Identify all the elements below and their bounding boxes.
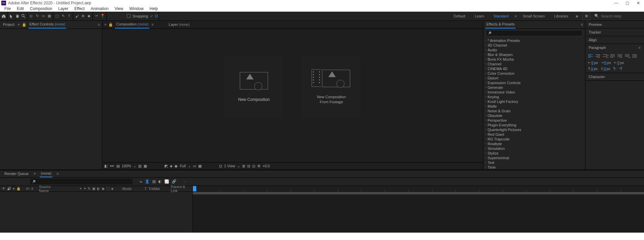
indent-left-field[interactable]: ⇤0px — [588, 61, 598, 65]
switches-icon-5[interactable]: ◐ — [97, 187, 100, 190]
workspace-menu-icon[interactable]: ≡ — [513, 14, 518, 18]
effect-category-matte[interactable]: ›Matte — [483, 104, 585, 109]
timeline-none-tab[interactable]: (none) — [40, 170, 53, 177]
ruler-icon[interactable]: ⊡ — [252, 164, 255, 168]
justify-all-button[interactable] — [632, 53, 638, 59]
effect-category-noise-grain[interactable]: ›Noise & Grain — [483, 109, 585, 113]
indent-first-value[interactable]: 0 — [604, 61, 606, 65]
indent-right-field[interactable]: ⇤0px — [614, 61, 624, 65]
zoom-chevron-icon[interactable]: ⌄ — [133, 164, 136, 168]
character-panel-header[interactable]: Character — [585, 73, 644, 80]
exposure-value[interactable]: +0.0 — [263, 164, 270, 168]
menu-layer[interactable]: Layer — [55, 6, 71, 11]
video-column-icon[interactable]: 👁 — [2, 187, 5, 190]
snapping-bounds-icon[interactable]: ⊡ — [155, 14, 158, 18]
lock-column-icon[interactable]: 🔒 — [16, 187, 20, 190]
guides-icon[interactable]: ⊟ — [247, 164, 250, 168]
home-tool[interactable] — [1, 13, 7, 19]
effect-category-obsolete[interactable]: ›Obsolete — [483, 113, 585, 118]
pixel-aspect-icon[interactable]: ◉ — [174, 164, 178, 168]
switches-icon-2[interactable]: ✦ — [84, 187, 86, 190]
menu-effect[interactable]: Effect — [71, 6, 88, 11]
effects-list[interactable]: ›* Animation Presets›3D Channel›Audio›Bl… — [483, 38, 585, 170]
align-center-button[interactable] — [595, 53, 601, 59]
composition-tab-close[interactable]: × — [104, 22, 106, 26]
effect-category-rowbyte[interactable]: ›Rowbyte — [483, 141, 585, 146]
draft-icon[interactable]: ▤ — [116, 164, 120, 168]
mask-icon[interactable]: ◈ — [170, 164, 172, 168]
audio-column-icon[interactable]: 🔊 — [7, 187, 11, 190]
menu-edit[interactable]: Edit — [14, 6, 27, 11]
effect-category-time[interactable]: ›Time — [483, 165, 585, 170]
workspace-default[interactable]: Default — [449, 12, 470, 20]
workspace-overflow-icon[interactable]: » — [573, 13, 581, 19]
switches-icon-4[interactable]: ▣ — [92, 187, 95, 190]
effect-category-audio[interactable]: ›Audio — [483, 48, 585, 52]
workspace-standard[interactable]: Standard — [489, 12, 514, 20]
timeline-tab-menu-icon[interactable]: ≡ — [56, 172, 58, 176]
justify-center-button[interactable] — [618, 53, 624, 59]
region-icon[interactable]: ▦ — [144, 164, 147, 168]
anchor-tool[interactable]: ▦ — [46, 13, 52, 19]
graph-editor-icon[interactable]: 📈 — [164, 179, 169, 184]
render-queue-tab[interactable]: Render Queue — [3, 170, 30, 177]
align-right-button[interactable] — [603, 53, 609, 59]
effects-search-input[interactable] — [493, 31, 581, 35]
marker-icon[interactable]: ◇ — [184, 179, 186, 184]
effect-category-perspective[interactable]: ›Perspective — [483, 118, 585, 123]
mode-column[interactable]: Mode — [122, 187, 132, 191]
snapping-expand-icon[interactable]: ⤢ — [150, 14, 153, 18]
comp-mini-flowchart-icon[interactable]: ⬎ — [139, 179, 142, 184]
menu-window[interactable]: Window — [126, 6, 147, 11]
tracker-panel-header[interactable]: Tracker — [585, 28, 644, 36]
pen-tool[interactable]: ✎ — [60, 13, 66, 19]
snapping-checkbox[interactable] — [127, 14, 130, 18]
workspace-learn[interactable]: Learn — [470, 12, 489, 20]
switches-icon-3[interactable]: fx — [88, 187, 91, 190]
effect-controls-lock-icon[interactable]: 🔒 — [22, 22, 26, 27]
trkmat-column-label[interactable]: TrkMat — [148, 187, 160, 191]
indent-left-value[interactable]: 0 — [591, 61, 593, 65]
effect-category-superluminal[interactable]: ›Superluminal — [483, 156, 585, 160]
selection-tool[interactable] — [8, 13, 14, 19]
zoom-dropdown[interactable]: 100% — [122, 164, 131, 168]
composition-tab[interactable]: Composition (none) — [115, 21, 149, 28]
effect-category-plugin-everything[interactable]: ›Plugin Everything — [483, 123, 585, 127]
project-tab[interactable]: Project — [2, 21, 15, 28]
maximize-button[interactable]: ▢ — [626, 1, 629, 5]
orbit-camera-tool[interactable]: ◎ — [28, 13, 34, 19]
index-column[interactable]: # — [31, 187, 33, 191]
workspace-small-screen[interactable]: Small Screen — [518, 12, 549, 20]
switches-icon-8[interactable]: ◈ — [111, 187, 114, 190]
type-tool[interactable]: T — [66, 13, 72, 19]
clone-stamp-tool[interactable]: ⊕ — [80, 13, 86, 19]
trkmat-column[interactable]: T — [145, 187, 147, 191]
justify-left-button[interactable] — [610, 53, 616, 59]
close-button[interactable]: ✕ — [637, 1, 640, 5]
effect-category-red-giant[interactable]: ›Red Giant — [483, 132, 585, 137]
rectangle-tool[interactable]: ▢ — [54, 13, 60, 19]
text-direction-ltr[interactable]: ¶‹ — [613, 67, 616, 70]
view-chevron-icon[interactable]: ⌄ — [237, 164, 240, 168]
effect-category-immersive-video[interactable]: ›Immersive Video — [483, 90, 585, 95]
solo-column-icon[interactable]: ● — [13, 187, 15, 190]
effects-presets-menu-icon[interactable]: ≡ — [581, 22, 583, 26]
effect-category-knoll-light-factory[interactable]: ›Knoll Light Factory — [483, 99, 585, 104]
timecode-icon[interactable]: ⊡ — [219, 164, 222, 168]
effect-category-quarterlight-pictures[interactable]: ›Quarterlight Pictures — [483, 127, 585, 132]
resolution-dropdown[interactable]: Full — [180, 164, 186, 168]
frame-blend-icon[interactable]: ▧ — [152, 179, 156, 184]
view-icon[interactable]: ▦ — [198, 164, 202, 168]
puppet-tool[interactable]: 📍 — [100, 13, 106, 19]
menu-composition[interactable]: Composition — [27, 6, 55, 11]
effect-controls-tab[interactable]: Effect Controls (none) — [29, 21, 66, 28]
project-panel-menu-icon[interactable]: ≡ — [98, 22, 100, 26]
reset-workspace-button[interactable]: ⊞ — [582, 12, 590, 20]
effects-presets-tab[interactable]: Effects & Presets — [485, 21, 516, 28]
effect-category-boris-fx-mocha[interactable]: ›Boris FX Mocha — [483, 57, 585, 62]
switches-icon-1[interactable]: ✶ — [79, 187, 82, 190]
minimize-button[interactable]: — — [614, 1, 618, 5]
timeline-tab-close[interactable]: × — [34, 172, 36, 176]
space-before-value[interactable]: 0 — [591, 67, 593, 71]
view-axis-icon[interactable]: ⬚ — [119, 13, 125, 19]
